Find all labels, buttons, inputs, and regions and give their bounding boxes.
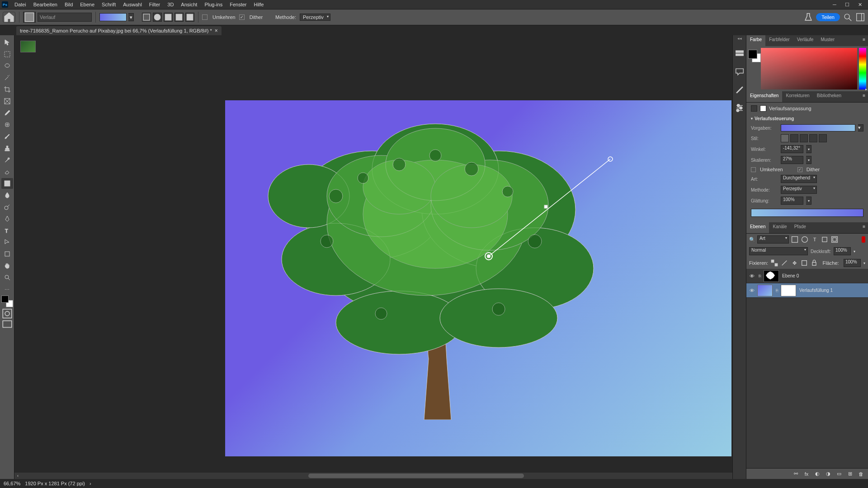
healing-tool[interactable] (1, 119, 13, 130)
tool-preset-picker[interactable] (23, 12, 36, 23)
screenmode-toggle[interactable] (1, 320, 13, 329)
document-tab[interactable]: tree-7186835_Ramon Perucho auf Pixabay.j… (16, 26, 222, 35)
layer-fx-icon[interactable]: fx (803, 470, 810, 478)
prop-angle-button[interactable] (800, 134, 808, 142)
layer-name[interactable]: Verlaufsfüllung 1 (798, 288, 866, 293)
link-layers-icon[interactable]: ⚯ (792, 470, 799, 478)
menu-type[interactable]: Schrift (98, 1, 119, 8)
tab-color[interactable]: Farbe (746, 35, 765, 46)
prop-reverse-checkbox[interactable] (751, 167, 756, 172)
gradient-tool[interactable] (1, 178, 13, 189)
tab-patterns[interactable]: Muster (817, 35, 838, 46)
wand-tool[interactable] (1, 72, 13, 83)
gradient-preset-name[interactable]: Verlauf (38, 13, 92, 22)
brush-tool[interactable] (1, 131, 13, 142)
color-field[interactable] (761, 48, 857, 89)
preset-gradient-swatch[interactable] (781, 124, 855, 131)
eraser-tool[interactable] (1, 166, 13, 177)
comments-panel-icon[interactable] (735, 67, 745, 77)
layer-mask-thumb[interactable] (781, 285, 796, 296)
filter-toggle[interactable] (862, 236, 865, 243)
menu-3d[interactable]: 3D (164, 1, 177, 8)
history-brush-tool[interactable] (1, 155, 13, 165)
blend-mode-select[interactable]: Normal (749, 247, 808, 255)
tab-layers[interactable]: Ebenen (746, 222, 769, 233)
gradient-editor-bar[interactable] (751, 209, 863, 217)
scale-dropdown[interactable]: ▾ (806, 156, 811, 164)
menu-filter[interactable]: Filter (146, 1, 164, 8)
smooth-input[interactable]: 100% (781, 197, 803, 205)
path-select-tool[interactable] (1, 237, 13, 248)
dodge-tool[interactable] (1, 202, 13, 212)
menu-edit[interactable]: Bearbeiten (30, 1, 61, 8)
beaker-icon[interactable] (803, 12, 813, 22)
search-icon[interactable] (843, 12, 853, 22)
gradient-diamond-button[interactable] (185, 13, 194, 22)
home-button[interactable] (3, 12, 15, 23)
gradient-angle-button[interactable] (164, 13, 173, 22)
adjustments-panel-icon[interactable] (735, 103, 745, 113)
move-tool[interactable] (1, 37, 13, 48)
opacity-input[interactable]: 100% (834, 247, 851, 255)
zoom-tool[interactable] (1, 272, 13, 283)
document-close-icon[interactable]: × (215, 28, 218, 34)
lock-pixels-icon[interactable] (781, 259, 788, 267)
reverse-checkbox[interactable] (202, 14, 208, 20)
filter-smart-icon[interactable] (830, 235, 839, 244)
gradient-dropdown[interactable]: ▾ (128, 13, 134, 21)
layer-mask-icon[interactable]: ◐ (814, 470, 821, 478)
panel-fg-color[interactable] (748, 50, 757, 59)
zoom-level[interactable]: 66,67% (4, 481, 20, 486)
menu-plugins[interactable]: Plug-ins (201, 1, 226, 8)
layer-link-icon[interactable]: ⎘ (774, 288, 779, 293)
workspace-icon[interactable] (855, 12, 865, 22)
tab-paths[interactable]: Pfade (791, 222, 810, 233)
blur-tool[interactable] (1, 190, 13, 201)
tab-swatches[interactable]: Farbfelder (765, 35, 793, 46)
filter-type-icon[interactable]: T (811, 235, 819, 244)
foreground-color[interactable] (1, 296, 9, 303)
properties-panel-menu-icon[interactable]: ≡ (860, 91, 868, 102)
quickmask-toggle[interactable] (1, 309, 13, 318)
tab-libraries[interactable]: Bibliotheken (813, 91, 845, 102)
art-select[interactable]: Durchgehend (781, 175, 817, 183)
prop-dither-checkbox[interactable] (797, 167, 802, 172)
method-select[interactable]: Perzeptiv (300, 14, 330, 21)
layers-panel-menu-icon[interactable]: ≡ (860, 222, 868, 233)
history-panel-icon[interactable] (735, 49, 745, 59)
canvas[interactable] (225, 100, 731, 456)
eyedropper-tool[interactable] (1, 108, 13, 118)
tab-gradients[interactable]: Verläufe (793, 35, 817, 46)
lasso-tool[interactable] (1, 61, 13, 71)
angle-input[interactable]: -141,32° (781, 145, 803, 153)
layer-thumb[interactable] (757, 285, 773, 296)
layer-name[interactable]: Ebene 0 (781, 273, 866, 278)
filter-pixel-icon[interactable] (791, 235, 799, 244)
layer-visibility-icon[interactable]: 👁 (748, 288, 755, 293)
smooth-dropdown[interactable]: ▾ (806, 197, 811, 205)
window-maximize[interactable]: ☐ (841, 0, 854, 9)
menu-file[interactable]: Datei (11, 1, 30, 8)
doc-info-arrow-icon[interactable]: › (90, 481, 91, 486)
angle-dropdown[interactable]: ▾ (806, 145, 811, 153)
layer-link-icon[interactable]: ⎘ (757, 274, 762, 278)
layer-filter-select[interactable]: Art (757, 235, 789, 244)
tab-adjustments[interactable]: Korrekturen (782, 91, 813, 102)
canvas-area[interactable]: ‹ (14, 35, 732, 479)
scale-input[interactable]: 27% (781, 156, 803, 164)
lock-artboard-icon[interactable] (801, 259, 808, 267)
document-info[interactable]: 1920 Px x 1281 Px (72 ppi) (25, 481, 85, 486)
expand-panels-icon[interactable]: ◂◂ (737, 36, 742, 41)
prop-reflected-button[interactable] (809, 134, 817, 142)
window-close[interactable]: ✕ (854, 0, 866, 9)
gradient-reflected-button[interactable] (175, 13, 184, 22)
window-minimize[interactable]: ─ (828, 0, 841, 9)
shape-tool[interactable] (1, 249, 13, 259)
prop-linear-button[interactable] (781, 134, 789, 142)
menu-view[interactable]: Ansicht (177, 1, 201, 8)
layer-group-icon[interactable]: ▭ (835, 470, 843, 478)
brushes-panel-icon[interactable] (735, 85, 745, 95)
gradient-linear-button[interactable] (142, 13, 151, 22)
menu-help[interactable]: Hilfe (250, 1, 267, 8)
share-button[interactable]: Teilen (816, 13, 840, 21)
